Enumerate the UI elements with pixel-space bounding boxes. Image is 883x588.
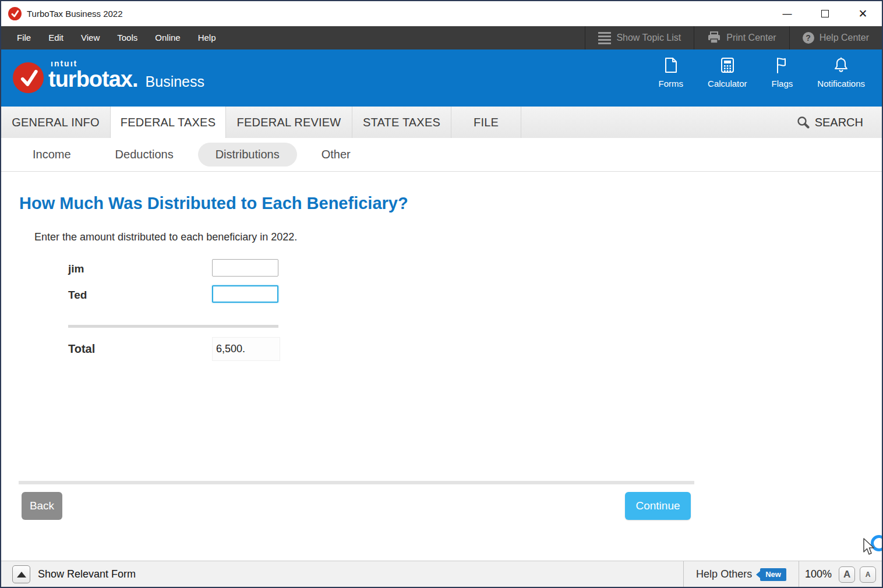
flags-label: Flags	[772, 79, 793, 88]
page-content: How Much Was Distributed to Each Benefic…	[1, 172, 882, 561]
subnav-income[interactable]: Income	[24, 143, 79, 167]
header-toolbar: Forms Calculator	[647, 57, 877, 88]
menu-tools[interactable]: Tools	[108, 26, 146, 49]
subnav-other[interactable]: Other	[313, 143, 359, 167]
app-window: TurboTax Business 2022 — ✕ File Edit Vie…	[0, 0, 883, 588]
zoom-controls: 100% A A	[799, 566, 882, 583]
back-button[interactable]: Back	[22, 492, 62, 520]
title-bar: TurboTax Business 2022 — ✕	[1, 1, 882, 26]
window-title: TurboTax Business 2022	[27, 9, 123, 19]
calculator-button[interactable]: Calculator	[695, 57, 760, 88]
tab-federal-taxes[interactable]: FEDERAL TAXES	[111, 107, 226, 138]
menu-help[interactable]: Help	[189, 26, 225, 49]
tab-state-taxes[interactable]: STATE TAXES	[352, 107, 451, 138]
forms-button[interactable]: Forms	[647, 57, 696, 88]
subnav-deductions[interactable]: Deductions	[107, 143, 182, 167]
total-value: 6,500.	[212, 337, 280, 361]
calculator-label: Calculator	[708, 79, 747, 88]
instruction-text: Enter the amount distributed to each ben…	[34, 231, 297, 243]
flags-button[interactable]: Flags	[760, 57, 806, 88]
turbotax-check-icon	[8, 7, 22, 20]
bell-icon	[833, 57, 849, 73]
topic-list-icon	[598, 32, 611, 44]
search-icon	[797, 116, 810, 129]
maximize-icon	[821, 10, 829, 17]
notifications-label: Notifications	[817, 79, 865, 88]
amount-input-ted[interactable]	[212, 285, 278, 303]
menus: File Edit View Tools Online Help	[1, 26, 225, 49]
close-button[interactable]: ✕	[844, 1, 882, 26]
printer-icon	[707, 31, 721, 44]
zoom-level: 100%	[805, 568, 832, 580]
search-label: SEARCH	[815, 116, 863, 129]
menu-file[interactable]: File	[8, 26, 40, 49]
help-icon: ?	[803, 32, 814, 44]
help-others-label: Help Others	[696, 568, 752, 580]
brand-logo: ıntuıt turbotax. Business	[13, 56, 204, 93]
document-icon	[664, 57, 678, 73]
window-controls: — ✕	[768, 1, 882, 26]
font-size-decrease-button[interactable]: A	[860, 566, 876, 583]
beneficiary-label-jim: jim	[68, 263, 84, 275]
show-relevant-form-button[interactable]	[12, 565, 30, 583]
menu-actions: Show Topic List Print Center ? Help Cent…	[585, 26, 882, 49]
page-title: How Much Was Distributed to Each Benefic…	[19, 194, 408, 213]
footer-divider	[19, 481, 694, 484]
print-center-label: Print Center	[726, 33, 776, 43]
main-tab-bar: GENERAL INFO FEDERAL TAXES FEDERAL REVIE…	[1, 107, 882, 138]
print-center-button[interactable]: Print Center	[694, 26, 789, 49]
turbotax-check-icon-large	[13, 62, 44, 93]
amount-input-jim[interactable]	[212, 259, 278, 277]
sub-nav: Income Deductions Distributions Other	[1, 138, 882, 172]
show-relevant-form-label: Show Relevant Form	[38, 568, 136, 580]
continue-button[interactable]: Continue	[625, 492, 691, 520]
edition-label: Business	[146, 73, 204, 90]
calculator-icon	[720, 57, 734, 73]
font-size-increase-button[interactable]: A	[839, 566, 855, 583]
notifications-button[interactable]: Notifications	[805, 57, 877, 88]
turbotax-wordmark: turbotax.	[48, 68, 138, 91]
total-label: Total	[68, 342, 95, 356]
maximize-button[interactable]	[806, 1, 844, 26]
help-center-button[interactable]: ? Help Center	[789, 26, 882, 49]
help-center-label: Help Center	[820, 33, 869, 43]
flag-icon	[775, 57, 790, 73]
menu-bar: File Edit View Tools Online Help Show To…	[1, 26, 882, 49]
show-topic-list-label: Show Topic List	[616, 33, 681, 43]
triangle-up-icon	[17, 572, 26, 578]
minimize-button[interactable]: —	[768, 1, 806, 26]
search-button[interactable]: SEARCH	[797, 107, 882, 138]
menu-view[interactable]: View	[72, 26, 108, 49]
menu-edit[interactable]: Edit	[40, 26, 72, 49]
brand-header: ıntuıt turbotax. Business Forms	[1, 49, 882, 107]
mouse-cursor-icon	[863, 538, 876, 557]
forms-label: Forms	[659, 79, 684, 88]
status-bar: Show Relevant Form Help Others New 100% …	[1, 561, 882, 587]
menu-online[interactable]: Online	[146, 26, 189, 49]
tab-file[interactable]: FILE	[451, 107, 521, 138]
subnav-distributions-selected[interactable]: Distributions	[198, 143, 297, 167]
show-topic-list-button[interactable]: Show Topic List	[585, 26, 694, 49]
new-badge: New	[760, 568, 786, 581]
form-divider	[68, 325, 278, 328]
help-others-button[interactable]: Help Others New	[684, 568, 799, 581]
tab-general-info[interactable]: GENERAL INFO	[1, 107, 111, 138]
tab-federal-review[interactable]: FEDERAL REVIEW	[226, 107, 352, 138]
beneficiary-label-ted: Ted	[68, 289, 87, 302]
